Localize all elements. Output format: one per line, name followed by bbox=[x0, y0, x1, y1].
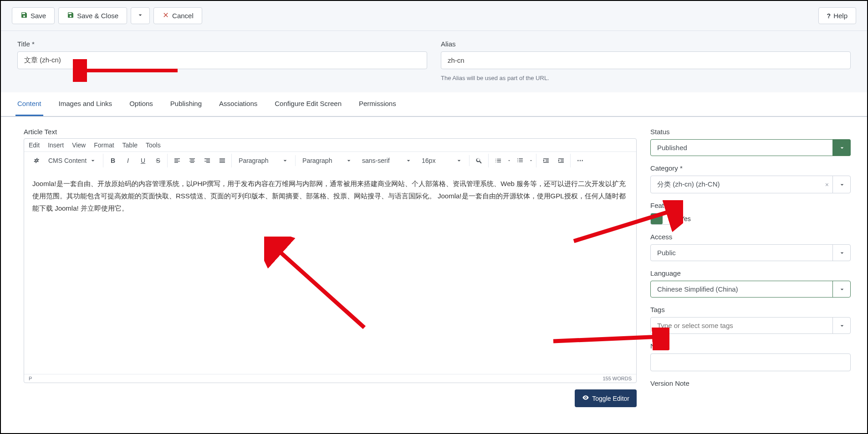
align-center-button[interactable] bbox=[185, 154, 199, 167]
toggle-editor-label: Toggle Editor bbox=[592, 395, 629, 402]
toggle-editor-button[interactable]: Toggle Editor bbox=[575, 389, 637, 407]
tab-options[interactable]: Options bbox=[128, 92, 155, 116]
cancel-label: Cancel bbox=[172, 12, 194, 20]
style-label: Paragraph bbox=[302, 157, 332, 164]
tab-configure[interactable]: Configure Edit Screen bbox=[273, 92, 343, 116]
editor-body[interactable]: Joomla!是一套自由、开放原始码的内容管理系统，以PHP撰写，用于发布内容在… bbox=[24, 169, 636, 374]
tab-images-links[interactable]: Images and Links bbox=[57, 92, 114, 116]
style-dropdown[interactable]: Paragraph bbox=[298, 155, 357, 166]
outdent-button[interactable] bbox=[539, 154, 553, 167]
language-caret[interactable] bbox=[832, 281, 851, 298]
category-clear-icon[interactable]: × bbox=[825, 181, 829, 188]
editor-frame: Edit Insert View Format Table Tools ✲ CM… bbox=[24, 138, 637, 383]
search-replace-button[interactable] bbox=[472, 154, 486, 167]
version-note-label: Version Note bbox=[650, 379, 851, 387]
bold-button[interactable]: B bbox=[106, 154, 120, 167]
align-justify-button[interactable] bbox=[215, 154, 230, 167]
font-family-dropdown[interactable]: sans-serif bbox=[357, 155, 417, 166]
access-field: Access Public bbox=[650, 233, 851, 261]
tab-associations[interactable]: Associations bbox=[217, 92, 259, 116]
font-size-dropdown[interactable]: 16px bbox=[417, 155, 467, 166]
block-format-dropdown[interactable]: Paragraph bbox=[234, 155, 293, 166]
save-label: Save bbox=[31, 12, 46, 20]
featured-label: Featured bbox=[650, 202, 851, 209]
font-family-label: sans-serif bbox=[362, 157, 390, 164]
italic-button[interactable]: I bbox=[121, 154, 135, 167]
tags-field: Tags bbox=[650, 306, 851, 334]
joomla-icon: ✲ bbox=[29, 154, 43, 167]
help-label: Help bbox=[833, 12, 848, 20]
language-label: Language bbox=[650, 269, 851, 277]
bullet-list-caret[interactable] bbox=[506, 154, 512, 167]
category-field: Category * 分类 (zh-cn) (zh-CN) × bbox=[650, 164, 851, 193]
tab-content[interactable]: Content bbox=[15, 92, 43, 116]
tags-label: Tags bbox=[650, 306, 851, 313]
category-label: Category * bbox=[650, 164, 851, 172]
menu-tools[interactable]: Tools bbox=[146, 141, 161, 149]
language-field: Language Chinese Simplified (China) bbox=[650, 269, 851, 298]
save-close-button[interactable]: Save & Close bbox=[58, 7, 127, 24]
chevron-down-icon bbox=[281, 157, 289, 164]
alias-field-group: Alias The Alias will be used as part of … bbox=[441, 40, 851, 81]
tab-permissions[interactable]: Permissions bbox=[357, 92, 398, 116]
cms-content-dropdown[interactable]: CMS Content bbox=[44, 155, 101, 166]
numbered-list-button[interactable] bbox=[513, 154, 527, 167]
bullet-list-button[interactable] bbox=[491, 154, 505, 167]
alias-label: Alias bbox=[441, 40, 851, 48]
cancel-button[interactable]: Cancel bbox=[153, 7, 202, 24]
article-text-label: Article Text bbox=[17, 128, 637, 136]
tags-caret[interactable] bbox=[832, 317, 851, 334]
note-field: Note bbox=[650, 342, 851, 371]
save-icon bbox=[20, 11, 28, 20]
title-input[interactable] bbox=[17, 51, 427, 69]
tags-input[interactable] bbox=[650, 317, 851, 334]
eye-icon bbox=[582, 394, 589, 403]
category-caret[interactable] bbox=[832, 176, 851, 193]
status-label: Status bbox=[650, 128, 851, 136]
menu-table[interactable]: Table bbox=[123, 141, 138, 149]
featured-toggle[interactable] bbox=[650, 213, 674, 225]
menu-edit[interactable]: Edit bbox=[29, 141, 40, 149]
status-select[interactable]: Published bbox=[650, 139, 851, 156]
access-select[interactable]: Public bbox=[650, 244, 851, 261]
underline-button[interactable]: U bbox=[136, 154, 150, 167]
align-right-button[interactable] bbox=[200, 154, 214, 167]
language-select[interactable]: Chinese Simplified (China) bbox=[650, 281, 851, 298]
title-field-group: Title * bbox=[17, 40, 427, 81]
edit-tabs: Content Images and Links Options Publish… bbox=[1, 92, 867, 117]
block-format-label: Paragraph bbox=[239, 157, 268, 164]
access-caret[interactable] bbox=[832, 244, 851, 261]
editor-toolbar: ✲ CMS Content B I U S bbox=[24, 151, 636, 169]
article-body-text: Joomla!是一套自由、开放原始码的内容管理系统，以PHP撰写，用于发布内容在… bbox=[32, 180, 626, 212]
category-select[interactable]: 分类 (zh-cn) (zh-CN) bbox=[650, 176, 851, 193]
menu-insert[interactable]: Insert bbox=[48, 141, 64, 149]
alias-input[interactable] bbox=[441, 51, 851, 69]
chevron-down-icon bbox=[405, 157, 412, 164]
save-button[interactable]: Save bbox=[12, 7, 55, 24]
tab-publishing[interactable]: Publishing bbox=[168, 92, 204, 116]
version-note-field: Version Note bbox=[650, 379, 851, 387]
status-field: Status Published bbox=[650, 128, 851, 156]
font-size-label: 16px bbox=[422, 157, 435, 164]
align-left-button[interactable] bbox=[170, 154, 184, 167]
indent-button[interactable] bbox=[554, 154, 568, 167]
status-caret[interactable] bbox=[832, 139, 851, 156]
more-button[interactable]: ⋯ bbox=[573, 154, 587, 167]
strike-button[interactable]: S bbox=[151, 154, 165, 167]
sidebar: Status Published Category * 分类 (zh-cn) (… bbox=[650, 128, 851, 407]
cancel-icon bbox=[162, 11, 169, 20]
help-button[interactable]: ? Help bbox=[818, 7, 856, 24]
numbered-list-caret[interactable] bbox=[528, 154, 534, 167]
note-label: Note bbox=[650, 342, 851, 350]
menu-view[interactable]: View bbox=[72, 141, 86, 149]
note-input[interactable] bbox=[650, 353, 851, 371]
menu-format[interactable]: Format bbox=[94, 141, 114, 149]
chevron-down-icon bbox=[137, 11, 144, 20]
featured-field: Featured Yes bbox=[650, 202, 851, 225]
switch-handle bbox=[651, 213, 663, 224]
element-path[interactable]: P bbox=[29, 376, 32, 381]
chevron-down-icon bbox=[89, 157, 97, 164]
title-alias-row: Title * Alias The Alias will be used as … bbox=[1, 31, 867, 92]
save-dropdown-caret[interactable] bbox=[131, 7, 150, 24]
access-label: Access bbox=[650, 233, 851, 241]
